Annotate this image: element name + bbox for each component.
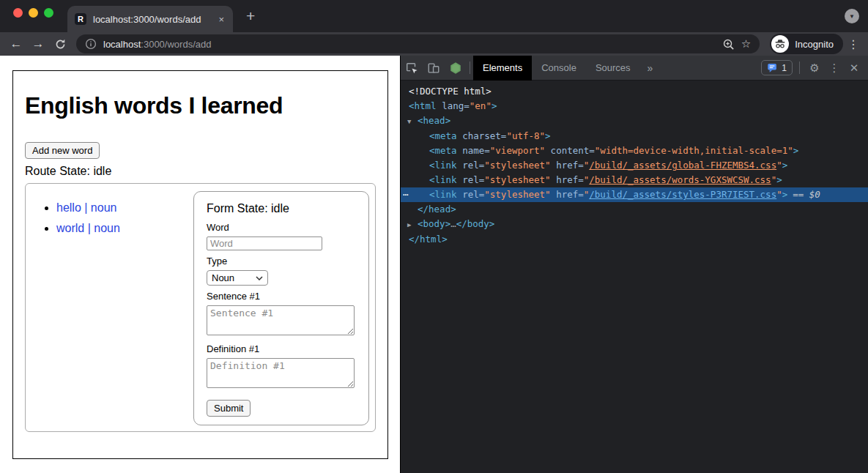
sentence-textarea[interactable] <box>207 305 355 335</box>
issues-counter[interactable]: 1 <box>761 60 793 75</box>
page-title: English words I learned <box>25 92 376 119</box>
window-controls <box>13 8 53 18</box>
remix-favicon-icon: R <box>75 13 86 25</box>
form-state-text: Form State: idle <box>207 202 356 215</box>
word-form: Form State: idle Word Type Noun Sentence… <box>193 191 369 425</box>
bookmark-star-icon[interactable]: ☆ <box>741 37 751 51</box>
dom-line[interactable]: </html> <box>401 232 868 247</box>
devtools-panel: ElementsConsoleSources » 1 ⚙ ⋮ ✕ <!D <box>400 56 868 473</box>
reload-icon <box>54 38 67 51</box>
window-close-button[interactable] <box>13 8 23 18</box>
type-select[interactable]: Noun <box>207 270 268 286</box>
word-list-item: hello | noun <box>56 201 193 215</box>
dom-tree: <!DOCTYPE html><html lang="en">▼<head><m… <box>401 81 868 473</box>
inspect-element-button[interactable] <box>401 56 423 81</box>
more-tabs-button[interactable]: » <box>640 62 661 74</box>
word-list-item: world | noun <box>56 222 193 235</box>
incognito-label: Incognito <box>795 39 834 50</box>
dom-line[interactable]: <meta charset="utf-8"> <box>401 129 868 144</box>
type-select-value: Noun <box>212 272 234 283</box>
type-label: Type <box>207 256 356 267</box>
submit-button[interactable]: Submit <box>207 400 251 417</box>
definition-textarea[interactable] <box>207 358 355 388</box>
reload-button[interactable] <box>50 34 70 54</box>
word-label: Word <box>207 222 356 233</box>
window-minimize-button[interactable] <box>29 8 38 18</box>
dom-line[interactable]: <!DOCTYPE html> <box>401 84 868 99</box>
url-host: localhost <box>103 39 141 50</box>
devtools-tab-sources[interactable]: Sources <box>586 56 640 81</box>
dom-line-more-actions[interactable]: … <box>403 185 409 200</box>
toolbar-divider <box>470 62 470 74</box>
forward-button[interactable]: → <box>28 34 48 54</box>
issues-count: 1 <box>782 63 787 73</box>
url-text[interactable]: localhost:3000/words/add <box>103 39 211 50</box>
device-toolbar-icon <box>427 62 440 75</box>
dom-line[interactable]: </head> <box>401 202 868 217</box>
devtools-tab-elements[interactable]: Elements <box>473 56 532 81</box>
dom-line[interactable]: ▶<body>…</body> <box>401 217 868 232</box>
devtools-tabs: ElementsConsoleSources <box>473 56 640 81</box>
tab-search-chevron-icon[interactable]: ▼ <box>845 9 859 23</box>
word-link[interactable]: world | noun <box>56 222 120 234</box>
site-info-icon[interactable] <box>85 38 97 50</box>
back-button[interactable]: ← <box>6 34 26 54</box>
device-toolbar-button[interactable] <box>423 56 445 81</box>
page-frame: English words I learned Add new word Rou… <box>12 70 388 459</box>
new-tab-button[interactable]: + <box>246 7 255 25</box>
word-link[interactable]: hello | noun <box>56 201 116 214</box>
route-state-text: Route State: idle <box>25 165 376 178</box>
dom-line[interactable]: <meta name="viewport" content="width=dev… <box>401 144 868 158</box>
browser-tab[interactable]: R localhost:3000/words/add × <box>67 6 233 32</box>
browser-titlebar: R localhost:3000/words/add × + ▼ <box>0 0 868 32</box>
node-devtools-button[interactable] <box>445 56 467 81</box>
definition-label: Definition #1 <box>207 343 356 354</box>
tab-close-icon[interactable]: × <box>217 14 226 25</box>
address-bar[interactable]: localhost:3000/words/add ☆ <box>76 34 760 53</box>
incognito-icon <box>771 35 789 53</box>
inspect-cursor-icon <box>405 62 418 75</box>
node-hexagon-icon <box>449 62 462 75</box>
expanded-arrow-icon[interactable]: ▼ <box>407 114 418 129</box>
toolbar-divider <box>799 62 800 74</box>
sentence-label: Sentence #1 <box>207 291 356 302</box>
browser-menu-button[interactable]: ⋮ <box>845 37 862 51</box>
add-new-word-button[interactable]: Add new word <box>25 142 100 159</box>
window-zoom-button[interactable] <box>44 8 53 18</box>
browser-toolbar: ← → localhost:3000/words/add ☆ <box>0 32 868 56</box>
devtools-tab-console[interactable]: Console <box>532 56 586 81</box>
word-list: hello | nounworld | noun <box>33 201 193 425</box>
devtools-menu-icon[interactable]: ⋮ <box>826 62 842 75</box>
collapsed-arrow-icon[interactable]: ▶ <box>407 217 418 232</box>
words-panel: hello | nounworld | noun Form State: idl… <box>25 183 376 432</box>
dom-line[interactable]: <link rel="stylesheet" href="/build/_ass… <box>401 158 868 173</box>
url-path: :3000/words/add <box>141 39 211 50</box>
zoom-icon[interactable] <box>722 38 735 51</box>
dom-line[interactable]: …<link rel="stylesheet" href="/build/_as… <box>401 187 868 202</box>
settings-gear-icon[interactable]: ⚙ <box>806 62 823 75</box>
issues-message-icon <box>767 62 778 73</box>
chevron-down-icon <box>256 276 263 280</box>
dom-line[interactable]: <html lang="en"> <box>401 99 868 113</box>
dom-line[interactable]: <link rel="stylesheet" href="/build/_ass… <box>401 173 868 187</box>
dom-line[interactable]: ▼<head> <box>401 113 868 129</box>
web-page: English words I learned Add new word Rou… <box>0 56 400 473</box>
incognito-badge: Incognito <box>770 34 843 54</box>
devtools-close-icon[interactable]: ✕ <box>846 62 862 75</box>
tab-title: localhost:3000/words/add <box>93 14 210 25</box>
word-input[interactable] <box>207 236 322 250</box>
devtools-toolbar: ElementsConsoleSources » 1 ⚙ ⋮ ✕ <box>401 56 868 81</box>
